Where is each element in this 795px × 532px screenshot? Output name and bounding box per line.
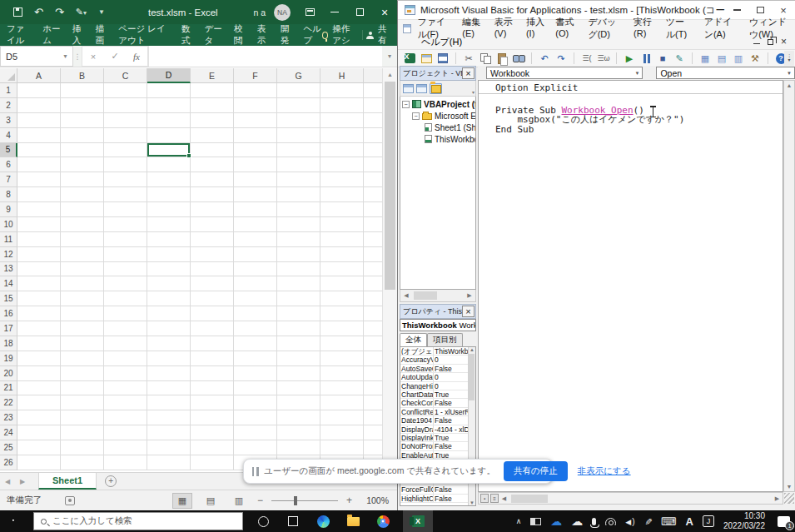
cell-partial[interactable] [364, 410, 382, 425]
cell-A11[interactable] [17, 232, 61, 247]
close-button[interactable] [372, 0, 397, 24]
scroll-right-icon[interactable]: ▶ [464, 292, 475, 299]
cell-H12[interactable] [320, 247, 364, 262]
cell-F20[interactable] [234, 366, 277, 381]
sheet-prev-icon[interactable]: ◀ [0, 473, 15, 490]
code-editor[interactable]: Option ExplicitPrivate Sub Workbook_Open… [478, 80, 783, 492]
object-browser-icon[interactable]: ▥ [732, 52, 745, 65]
project-hscrollbar[interactable]: ◀ ▶ [400, 290, 476, 302]
object-dropdown[interactable]: Workbook ▼ [486, 67, 643, 79]
cell-A22[interactable] [17, 395, 61, 410]
zoom-out-button[interactable]: − [257, 495, 263, 506]
cell-C18[interactable] [104, 336, 147, 351]
row-header-22[interactable]: 22 [0, 395, 17, 410]
cell-partial[interactable] [364, 262, 382, 277]
cell-H6[interactable] [320, 157, 364, 172]
cell-F9[interactable] [234, 202, 277, 217]
cell-D6[interactable] [147, 157, 191, 172]
property-row[interactable]: AccuracyVersion0 [400, 355, 475, 364]
cell-H21[interactable] [320, 381, 364, 396]
cell-B4[interactable] [61, 128, 104, 143]
cell-F17[interactable] [234, 321, 277, 336]
paste-icon[interactable] [495, 52, 509, 65]
properties-window-icon[interactable]: ▤ [715, 52, 728, 65]
cell-G11[interactable] [277, 232, 320, 247]
cell-D19[interactable] [147, 351, 191, 366]
cell-C17[interactable] [104, 321, 147, 336]
cell-B5[interactable] [61, 143, 104, 158]
row-header-4[interactable]: 4 [0, 128, 17, 143]
project-close-icon[interactable]: × [462, 67, 475, 79]
cell-partial[interactable] [364, 440, 382, 455]
redo-icon[interactable]: ↷ [554, 52, 568, 65]
cell-D24[interactable] [147, 425, 191, 440]
cell-C8[interactable] [104, 187, 147, 202]
tab-categorized[interactable]: 項目別 [427, 333, 463, 346]
cell-H20[interactable] [320, 366, 364, 381]
cell-F15[interactable] [234, 291, 277, 306]
ribbon-tab-2[interactable]: 挿入 [72, 23, 85, 47]
mdi-minimize-icon[interactable] [753, 43, 760, 44]
cell-F23[interactable] [234, 410, 277, 425]
name-box[interactable]: D5 ▼ [0, 46, 73, 67]
cell-E22[interactable] [191, 395, 234, 410]
cell-D23[interactable] [147, 410, 191, 425]
page-break-view-button[interactable]: ▥ [229, 493, 249, 509]
property-row[interactable]: (オブジェクト名)ThisWorkbook [400, 347, 475, 355]
scroll-left-icon[interactable]: ◀ [499, 495, 509, 502]
find-icon[interactable] [512, 52, 525, 65]
cell-D4[interactable] [147, 128, 191, 143]
normal-view-button[interactable]: ▦ [172, 493, 192, 509]
cell-partial[interactable] [364, 83, 382, 98]
cell-C16[interactable] [104, 306, 147, 321]
cell-B16[interactable] [61, 306, 104, 321]
display-icon[interactable] [530, 518, 541, 525]
hide-link[interactable]: 非表示にする [578, 465, 631, 477]
cell-E20[interactable] [191, 366, 234, 381]
cell-A5[interactable] [17, 143, 61, 158]
cell-C2[interactable] [104, 98, 147, 113]
cell-G4[interactable] [277, 128, 320, 143]
cell-partial[interactable] [364, 98, 382, 113]
cut-icon[interactable]: ✂ [462, 52, 475, 65]
cell-E3[interactable] [191, 113, 234, 128]
cell-G15[interactable] [277, 291, 320, 306]
cell-D12[interactable] [147, 247, 191, 262]
break-icon[interactable] [639, 52, 653, 65]
ribbon-tab-5[interactable]: 数式 [181, 23, 194, 47]
tree-item-sheet[interactable]: Sheet1 (Sheet1) [400, 122, 475, 133]
code-hscrollbar[interactable]: ▪ ≡ ◀ ▶ [478, 492, 783, 505]
row-header-25[interactable]: 25 [0, 440, 17, 455]
row-header-7[interactable]: 7 [0, 172, 17, 187]
cell-F25[interactable] [234, 440, 277, 455]
cell-H17[interactable] [320, 321, 364, 336]
cell-A2[interactable] [17, 98, 61, 113]
menu-item-6[interactable]: 実行(R) [634, 16, 655, 41]
taskbar-clock[interactable]: 10:30 2022/03/22 [723, 511, 765, 531]
cell-F6[interactable] [234, 157, 277, 172]
properties-close-icon[interactable]: × [462, 306, 475, 317]
cell-C12[interactable] [104, 247, 147, 262]
cell-B18[interactable] [61, 336, 104, 351]
row-header-14[interactable]: 14 [0, 276, 17, 291]
cell-F7[interactable] [234, 172, 277, 187]
formula-bar-expand-icon[interactable]: ▾ [382, 46, 397, 67]
zoom-thumb[interactable] [294, 496, 297, 505]
cell-partial[interactable] [364, 381, 382, 396]
cell-H25[interactable] [320, 440, 364, 455]
cell-D9[interactable] [147, 202, 191, 217]
cell-C5[interactable] [104, 143, 147, 158]
cell-G5[interactable] [277, 143, 320, 158]
menu-item-1[interactable]: 編集(E) [462, 16, 483, 41]
cell-A16[interactable] [17, 306, 61, 321]
cell-partial[interactable] [364, 202, 382, 217]
code-window-icon[interactable] [403, 24, 411, 33]
cell-B11[interactable] [61, 232, 104, 247]
cell-E6[interactable] [191, 157, 234, 172]
cell-B22[interactable] [61, 395, 104, 410]
cell-H7[interactable] [320, 172, 364, 187]
column-header-D[interactable]: D [147, 68, 191, 83]
row-header-19[interactable]: 19 [0, 351, 17, 366]
cell-G8[interactable] [277, 187, 320, 202]
property-row[interactable]: DoNotPromptForConvertFalse [400, 442, 475, 450]
